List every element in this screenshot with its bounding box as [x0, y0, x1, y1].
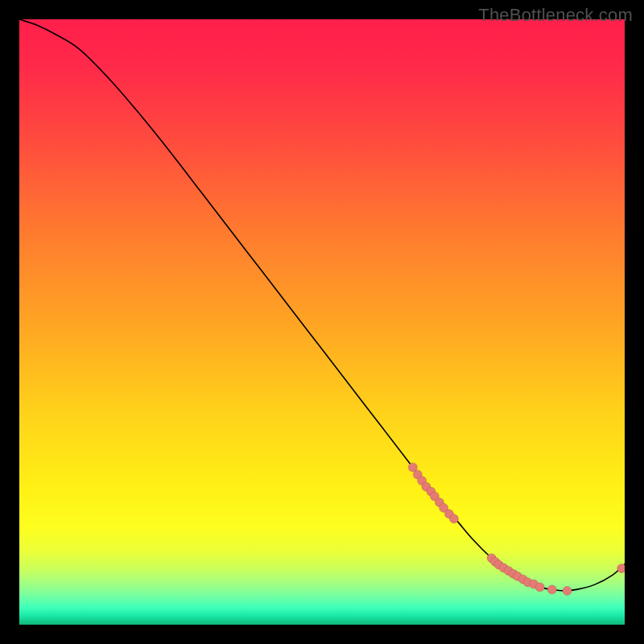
watermark-text: TheBottleneck.com: [478, 5, 633, 26]
curve-overlay: [19, 19, 625, 625]
plot-container: [19, 19, 625, 625]
chart-frame: TheBottleneck.com: [0, 0, 644, 644]
data-point: [617, 564, 625, 572]
data-point: [547, 585, 556, 594]
bottleneck-curve: [19, 19, 625, 591]
data-point: [535, 583, 544, 592]
data-point: [563, 586, 572, 595]
data-point: [449, 514, 458, 523]
